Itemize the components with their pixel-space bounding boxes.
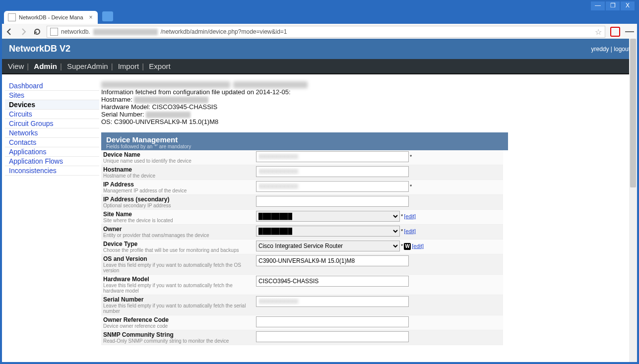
edit-link[interactable]: [edit] <box>412 243 424 249</box>
field-label: Site Name <box>103 211 252 218</box>
close-window-button[interactable]: X <box>620 1 635 11</box>
nav-view[interactable]: View <box>8 62 24 70</box>
panel-title: Device Management <box>106 135 503 144</box>
browser-tab[interactable]: NetworkDB - Device Mana × <box>4 11 98 24</box>
page-favicon <box>8 13 16 21</box>
site-name-select[interactable]: ████████ <box>256 211 400 222</box>
field-label: Owner <box>103 226 252 233</box>
device-title <box>101 81 631 88</box>
serial-label: Serial Number: <box>101 111 146 118</box>
sidebar-item-applications[interactable]: Applications <box>5 147 99 157</box>
field-label: Hardware Model <box>103 276 252 283</box>
sidebar-item-devices[interactable]: Devices <box>5 100 99 110</box>
field-label: IP Address (secondary) <box>103 196 252 203</box>
hostname-label: Hostname: <box>101 96 134 103</box>
snmp-input[interactable] <box>256 331 409 342</box>
minimize-button[interactable]: — <box>590 1 605 11</box>
sidebar-item-sites[interactable]: Sites <box>5 91 99 100</box>
os-version-input[interactable] <box>256 255 409 266</box>
panel-subtitle: Fields followed by an '*' are mandatory <box>106 144 503 149</box>
required-mark: * <box>410 154 412 160</box>
field-hint: Optional secondary IP address <box>103 203 252 208</box>
maximize-button[interactable]: ❐ <box>605 1 620 11</box>
sidebar-item-dashboard[interactable]: Dashboard <box>5 81 99 91</box>
nav-export[interactable]: Export <box>149 62 170 70</box>
field-label: Serial Number <box>103 296 252 303</box>
hostname-value-blurred <box>134 97 208 103</box>
extension-icon[interactable] <box>610 27 620 37</box>
user-link[interactable]: yreddy <box>591 46 609 53</box>
owner-ref-input[interactable] <box>256 316 409 327</box>
field-hint: Entity or provider that owns/manages the… <box>103 233 252 238</box>
page-icon <box>50 28 58 36</box>
hwmodel-value: CISCO3945-CHASSIS <box>152 103 218 111</box>
vertical-scrollbar[interactable] <box>629 39 637 362</box>
field-hint: Read-Only SNMP community string to monit… <box>103 338 252 344</box>
required-mark: * <box>410 183 412 189</box>
tab-title: NetworkDB - Device Mana <box>19 14 83 20</box>
field-label: Device Type <box>103 241 252 247</box>
field-label: OS and Version <box>103 255 252 262</box>
edit-link[interactable]: [edit] <box>404 228 416 234</box>
sidebar-item-contacts[interactable]: Contacts <box>5 138 99 147</box>
form-row-serial-number: Serial NumberLeave this field empty if y… <box>101 295 503 315</box>
scrollbar-thumb[interactable] <box>630 39 636 187</box>
field-hint: Management IP address of the device <box>103 188 252 193</box>
owner-select[interactable]: ████████ <box>256 226 400 237</box>
field-label: Hostname <box>103 166 252 173</box>
wiki-icon[interactable]: W <box>404 243 411 250</box>
nav-superadmin[interactable]: SuperAdmin <box>67 62 108 70</box>
forward-button[interactable] <box>19 27 28 36</box>
edit-link[interactable]: [edit] <box>404 213 416 219</box>
field-label: Device Name <box>103 151 252 158</box>
required-mark: * <box>401 228 403 234</box>
hardware-model-input[interactable] <box>256 276 409 287</box>
field-hint: Device owner reference code <box>103 323 252 329</box>
info-fetched-line: Information fetched from configuration f… <box>101 88 631 96</box>
required-mark: * <box>401 243 403 249</box>
form-row-device-type: Device TypeChoose the profile that will … <box>101 240 503 254</box>
field-hint: Site where the device is located <box>103 218 252 223</box>
field-hint: Unique name used to identify the device <box>103 158 252 164</box>
sidebar-item-networks[interactable]: Networks <box>5 128 99 138</box>
device-form: Device NameUnique name used to identify … <box>101 150 503 345</box>
form-row-hardware-model: Hardware ModelLeave this field empty if … <box>101 275 503 295</box>
sidebar-item-application-flows[interactable]: Application Flows <box>5 157 99 166</box>
ip-secondary-input[interactable] <box>256 196 409 207</box>
browser-menu-icon[interactable] <box>625 27 634 36</box>
nav-admin[interactable]: Admin <box>34 62 57 70</box>
serial-number-input[interactable] <box>256 296 409 307</box>
device-name-input[interactable] <box>256 151 409 162</box>
logout-link[interactable]: logout <box>614 46 630 53</box>
form-row-hostname: HostnameHostname of the device <box>101 165 503 180</box>
field-hint: Leave this field empty if you want to au… <box>103 262 252 273</box>
url-path: /networkdb/admin/device.php?mode=view&id… <box>161 28 287 35</box>
ip-address-input[interactable] <box>256 181 409 192</box>
os-label: OS: <box>101 118 114 125</box>
hostname-input[interactable] <box>256 166 409 177</box>
tab-close-icon[interactable]: × <box>89 14 93 21</box>
field-hint: Leave this field empty if you want to au… <box>103 303 252 314</box>
field-label: Owner Reference Code <box>103 316 252 323</box>
form-row-owner-ref: Owner Reference CodeDevice owner referen… <box>101 315 503 330</box>
form-row-ip-secondary: IP Address (secondary)Optional secondary… <box>101 195 503 210</box>
sidebar: DashboardSitesDevicesCircuitsCircuit Gro… <box>2 81 99 176</box>
reload-button[interactable] <box>33 27 42 36</box>
new-tab-button[interactable] <box>102 11 113 21</box>
device-title-blurred <box>101 81 230 88</box>
sidebar-item-circuits[interactable]: Circuits <box>5 110 99 119</box>
main-nav: View| Admin| SuperAdmin| Import| Export <box>2 59 637 74</box>
form-row-owner: OwnerEntity or provider that owns/manage… <box>101 225 503 240</box>
serial-value-blurred <box>146 112 191 118</box>
hwmodel-label: Hardware Model: <box>101 103 152 111</box>
bookmark-star-icon[interactable]: ☆ <box>595 27 602 37</box>
field-label: IP Address <box>103 181 252 188</box>
nav-import[interactable]: Import <box>118 62 139 70</box>
back-button[interactable] <box>5 27 14 36</box>
address-bar[interactable]: networkdb. /networkdb/admin/device.php?m… <box>47 26 605 38</box>
sidebar-item-circuit-groups[interactable]: Circuit Groups <box>5 119 99 128</box>
form-row-site-name: Site NameSite where the device is locate… <box>101 210 503 225</box>
sidebar-item-inconsistencies[interactable]: Inconsistencies <box>5 166 99 176</box>
device-type-select[interactable]: Cisco Integrated Service Router <box>256 241 400 251</box>
field-hint: Choose the profile that will be use for … <box>103 247 252 253</box>
